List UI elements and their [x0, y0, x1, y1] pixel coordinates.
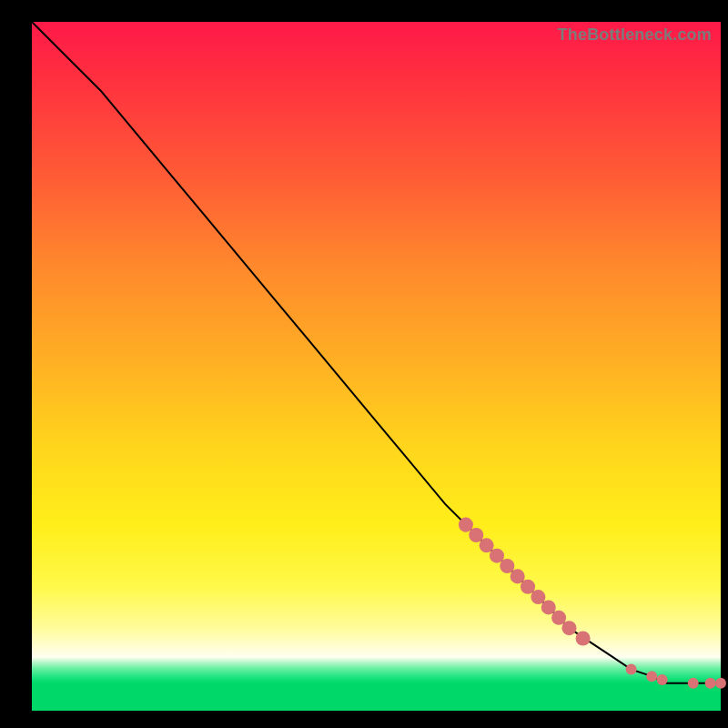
chart-frame: TheBottleneck.com [0, 0, 728, 728]
marker-point [521, 580, 535, 594]
marker-point [541, 600, 556, 614]
marker-point [459, 518, 473, 532]
bottleneck-curve [32, 22, 721, 683]
marker-point [626, 664, 637, 675]
highlight-markers [459, 518, 726, 689]
marker-point [715, 678, 726, 689]
marker-point [469, 528, 483, 542]
plot-area: TheBottleneck.com [32, 22, 721, 711]
marker-point [657, 674, 668, 685]
marker-point [646, 671, 657, 682]
marker-point [490, 549, 504, 563]
marker-point [551, 611, 566, 625]
marker-point [561, 621, 576, 635]
marker-point [480, 538, 494, 552]
marker-point [500, 559, 514, 573]
chart-overlay [32, 22, 721, 711]
marker-point [705, 678, 716, 689]
marker-point [531, 590, 545, 604]
marker-point [511, 569, 525, 583]
marker-point [688, 678, 699, 689]
marker-point [576, 631, 591, 645]
